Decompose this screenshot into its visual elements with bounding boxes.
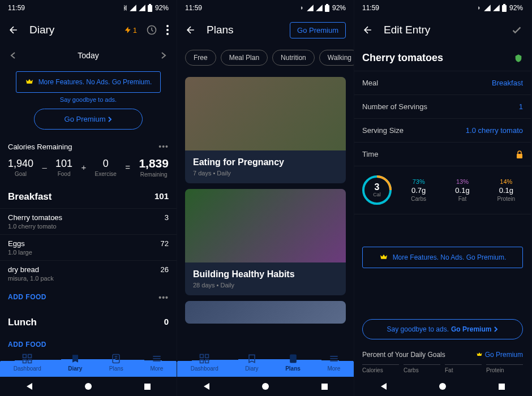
svg-rect-8 [23, 359, 27, 363]
go-premium-link[interactable]: Go Premium [476, 351, 523, 359]
plan-title: Building Healthy Habits [193, 269, 338, 279]
serving-size-field[interactable]: Serving Size 1.0 cherry tomato [354, 118, 531, 142]
nav-dashboard[interactable]: Dashboard [191, 353, 218, 372]
premium-promo-card[interactable]: More Features. No Ads. Go Premium. [362, 247, 523, 268]
app-bar: Diary 1 [0, 16, 177, 44]
svg-rect-7 [28, 354, 32, 358]
status-time: 11:59 [362, 4, 379, 12]
daily-goals-header: Percent of Your Daily Goals Go Premium [354, 345, 531, 362]
status-icons [474, 4, 507, 12]
nav-more[interactable]: More [327, 353, 340, 372]
crown-icon [25, 78, 34, 87]
crown-icon [379, 253, 388, 262]
plan-title: Eating for Pregnancy [193, 157, 338, 167]
calorie-ring: 3 Cal [362, 175, 392, 205]
clock-icon[interactable] [146, 24, 157, 36]
chip-nutrition[interactable]: Nutrition [272, 50, 315, 66]
svg-rect-1 [149, 4, 151, 5]
status-bar: 11:59 92% [354, 0, 531, 16]
food-row[interactable]: Eggs1.0 large72 [0, 234, 177, 260]
sys-back-button[interactable] [204, 383, 209, 390]
nav-diary[interactable]: Diary [68, 353, 82, 372]
svg-rect-6 [23, 354, 27, 358]
back-icon[interactable] [362, 24, 374, 36]
food-row[interactable]: dry breadmisura, 1.0 pack26 [0, 260, 177, 286]
svg-rect-14 [205, 354, 209, 358]
chip-meal-plan[interactable]: Meal Plan [221, 50, 268, 66]
prev-day-button[interactable] [10, 51, 16, 59]
svg-point-3 [166, 25, 169, 27]
calories-title: Calories Remaining [8, 143, 72, 151]
macro-fat: 13%0.1gFat [445, 178, 479, 202]
sys-recent-button[interactable] [499, 384, 505, 390]
svg-rect-13 [200, 354, 204, 358]
servings-field[interactable]: Number of Servings 1 [354, 94, 531, 118]
system-nav [0, 377, 177, 396]
go-premium-button[interactable]: Go Premium [290, 22, 346, 38]
plan-image [185, 77, 346, 150]
overflow-icon[interactable] [166, 25, 169, 35]
bottom-nav: Dashboard Diary Plans More [177, 345, 354, 377]
breakfast-header[interactable]: Breakfast 101 [0, 183, 177, 208]
next-day-button[interactable] [161, 51, 166, 59]
streak-badge[interactable]: 1 [124, 26, 137, 35]
plan-image [185, 189, 346, 262]
macro-summary: 3 Cal 73%0.7gCarbs 13%0.1gFat 14%0.1gPro… [354, 166, 531, 214]
chip-walking[interactable]: Walking [319, 50, 354, 66]
add-food-button[interactable]: ADD FOOD••• [0, 286, 177, 309]
nav-diary[interactable]: Diary [245, 353, 258, 372]
food-row[interactable]: Cherry tomatoes1.0 cherry tomato3 [0, 208, 177, 234]
plan-meta: 28 days • Daily [193, 282, 338, 289]
lunch-header[interactable]: Lunch 0 [0, 309, 177, 334]
sys-back-button[interactable] [381, 383, 387, 390]
time-field[interactable]: Time [354, 142, 531, 166]
sys-recent-button[interactable] [144, 384, 151, 390]
macro-carbs: 73%0.7gCarbs [402, 178, 435, 202]
sys-home-button[interactable] [85, 383, 92, 390]
plan-card[interactable] [185, 301, 346, 324]
status-time: 11:59 [8, 4, 25, 12]
app-bar: Edit Entry [354, 16, 531, 44]
svg-rect-9 [28, 359, 32, 363]
food-name: Cherry tomatoes [362, 52, 443, 64]
sub-promo-text: Say goodbye to ads. [0, 96, 177, 103]
sys-back-button[interactable] [27, 383, 32, 390]
status-bar: 11:59 92% [0, 0, 177, 16]
bottom-nav: Dashboard Diary Plans More [0, 345, 177, 377]
nav-plans[interactable]: Plans [285, 353, 301, 372]
chip-free[interactable]: Free [185, 50, 216, 66]
status-icons [120, 4, 153, 12]
plan-image [185, 301, 346, 324]
sys-home-button[interactable] [262, 383, 269, 390]
svg-point-4 [166, 29, 169, 31]
status-icons [297, 4, 330, 12]
status-battery: 92% [155, 4, 169, 12]
nav-plans[interactable]: Plans [109, 353, 123, 372]
app-bar: Plans Go Premium [177, 16, 354, 44]
back-icon[interactable] [185, 24, 196, 36]
plan-card[interactable]: Building Healthy Habits 28 days • Daily [185, 189, 346, 295]
svg-rect-11 [325, 5, 329, 12]
page-title: Edit Entry [384, 24, 510, 36]
sys-recent-button[interactable] [321, 384, 328, 390]
go-premium-button[interactable]: Go Premium [34, 109, 143, 130]
go-premium-pill[interactable]: Say goodbye to ads. Go Premium [362, 319, 523, 339]
confirm-icon[interactable] [510, 24, 523, 36]
svg-rect-18 [502, 5, 507, 12]
meal-field[interactable]: Meal Breakfast [354, 71, 531, 94]
back-icon[interactable] [8, 24, 19, 36]
sys-home-button[interactable] [439, 383, 446, 390]
date-label[interactable]: Today [78, 51, 98, 60]
nav-more[interactable]: More [150, 353, 163, 372]
premium-promo-card[interactable]: More Features. No Ads. Go Premium. [16, 71, 161, 93]
promo-text: More Features. No Ads. Go Premium. [38, 78, 152, 86]
svg-point-5 [166, 33, 169, 35]
verified-icon [514, 54, 523, 63]
status-bar: 11:59 92% [177, 0, 354, 16]
plan-card[interactable]: Eating for Pregnancy 7 days • Daily [185, 77, 346, 183]
promo-text: More Features. No Ads. Go Premium. [393, 253, 507, 261]
calories-more-icon[interactable]: ••• [158, 142, 169, 151]
more-icon[interactable]: ••• [158, 293, 169, 302]
system-nav [354, 377, 531, 396]
nav-dashboard[interactable]: Dashboard [14, 353, 41, 372]
